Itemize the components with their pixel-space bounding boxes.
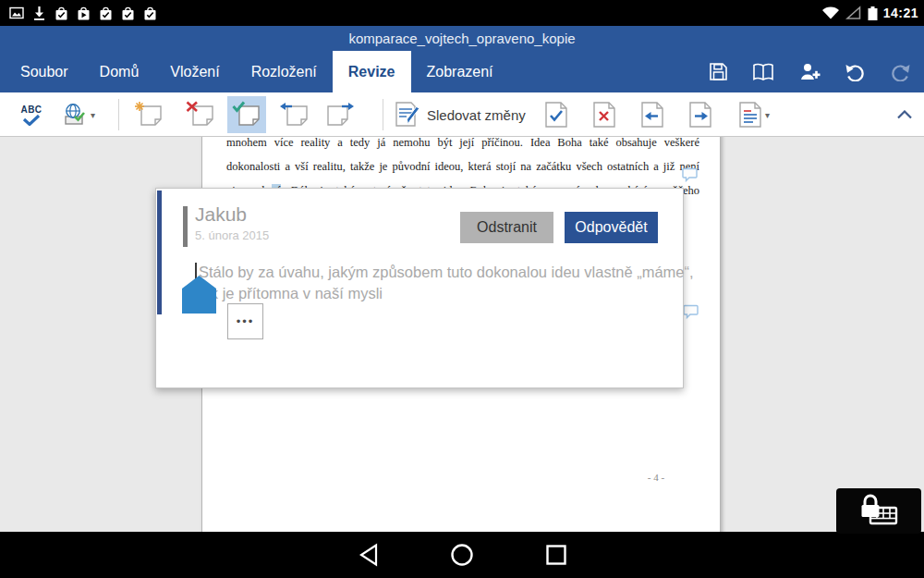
playstore-check-icon <box>99 6 113 21</box>
keyboard-lock-button[interactable] <box>836 488 921 534</box>
reject-change-icon <box>592 101 616 129</box>
proofing-language-icon <box>62 102 88 128</box>
next-comment-icon <box>324 101 354 129</box>
next-comment-button[interactable] <box>320 96 359 133</box>
tab-domu[interactable]: Domů <box>84 51 155 92</box>
word-android-app: 14:21 komparace_vojtech_opraveno_kopie S… <box>0 0 924 578</box>
delete-comment-icon <box>186 101 215 129</box>
tab-zobrazeni[interactable]: Zobrazení <box>411 51 509 92</box>
cell-signal-icon <box>845 6 862 20</box>
show-comments-button[interactable] <box>227 96 266 133</box>
page-number: - 4 - <box>628 472 684 483</box>
previous-change-button[interactable] <box>634 96 671 133</box>
read-view-icon[interactable] <box>752 63 774 81</box>
chevron-down-icon: ▾ <box>765 110 770 120</box>
accept-change-button[interactable] <box>538 96 575 133</box>
chevron-up-icon <box>897 110 912 119</box>
chevron-down-icon: ▾ <box>91 110 95 120</box>
delete-comment-action-button[interactable]: Odstranit <box>460 212 553 243</box>
next-change-button[interactable] <box>682 96 719 133</box>
tab-revize[interactable]: Revize <box>333 51 411 92</box>
spellcheck-abc-label: ABC <box>20 105 42 115</box>
next-change-icon <box>688 101 712 129</box>
comment-date: 5. února 2015 <box>195 228 269 242</box>
markup-options-icon <box>738 101 762 129</box>
tab-rozlozeni[interactable]: Rozložení <box>236 51 333 92</box>
download-icon <box>32 6 46 20</box>
previous-change-icon <box>640 101 664 129</box>
save-button[interactable] <box>709 62 728 81</box>
screenshot-icon <box>9 6 24 19</box>
track-changes-button[interactable]: Sledovat změny <box>394 96 529 133</box>
home-button[interactable] <box>434 532 490 578</box>
revize-ribbon: ABC ▾ <box>0 92 924 137</box>
collapse-ribbon-button[interactable] <box>889 96 920 133</box>
quick-actions <box>709 51 911 92</box>
proofing-language-button[interactable]: ▾ <box>55 96 102 133</box>
wifi-icon <box>821 6 840 20</box>
comment-author: Jakub <box>195 203 247 226</box>
document-title: komparace_vojtech_opraveno_kopie <box>348 31 575 46</box>
new-comment-icon <box>134 101 164 129</box>
comment-bubble-icon[interactable] <box>682 167 698 182</box>
playstore-check-icon <box>143 6 157 21</box>
back-button[interactable] <box>341 532 396 578</box>
show-comments-icon <box>232 101 261 129</box>
keyboard-lock-icon <box>857 493 900 530</box>
tab-vlozeni[interactable]: Vložení <box>154 51 235 92</box>
undo-button[interactable] <box>845 63 866 81</box>
ribbon-separator <box>118 99 119 130</box>
spellcheck-check-icon <box>22 115 41 126</box>
spellcheck-button[interactable]: ABC <box>13 96 50 133</box>
recents-button[interactable] <box>529 532 584 578</box>
reject-change-button[interactable] <box>586 96 623 133</box>
delete-comment-button[interactable] <box>181 96 220 133</box>
ribbon-separator <box>383 99 383 130</box>
ribbon-tab-bar: Soubor Domů Vložení Rozložení Revize Zob… <box>0 51 924 92</box>
comment-text-line: Stálo by za úvahu, jakým způsobem tuto d… <box>199 264 694 281</box>
playstore-check-icon <box>121 6 135 21</box>
recents-icon <box>545 544 567 566</box>
back-icon <box>359 543 379 567</box>
previous-comment-icon <box>280 101 310 129</box>
text-selection-handle[interactable] <box>182 276 216 314</box>
accept-change-icon <box>544 101 568 129</box>
clock: 14:21 <box>883 6 918 20</box>
new-comment-button[interactable] <box>129 96 168 133</box>
playstore-check-icon <box>55 6 68 21</box>
document-title-bar: komparace_vojtech_opraveno_kopie <box>0 26 924 51</box>
comment-popup: Jakub 5. února 2015 Odstranit Odpovědět … <box>155 188 684 388</box>
share-person-add-icon[interactable] <box>798 62 821 81</box>
redo-button[interactable] <box>890 63 911 81</box>
comment-accent-strip <box>157 191 162 314</box>
comment-bubble-icon[interactable] <box>683 304 699 319</box>
tab-soubor[interactable]: Soubor <box>5 51 84 92</box>
android-status-bar: 14:21 <box>0 0 924 26</box>
previous-comment-button[interactable] <box>275 96 314 133</box>
markup-options-button[interactable]: ▾ <box>730 96 778 133</box>
track-changes-icon <box>394 101 421 129</box>
track-changes-label: Sledovat změny <box>427 107 526 123</box>
document-line: dokonalosti a vší realitu, takže je půvo… <box>226 154 699 178</box>
author-color-bar <box>183 206 188 247</box>
document-line: mnohem více reality a tedy já nemohu být… <box>226 137 699 154</box>
comment-text-line: jak je přítomna v naší mysli <box>199 285 383 302</box>
document-canvas: mnohem více reality a tedy já nemohu být… <box>0 137 924 532</box>
notification-icons <box>0 6 157 21</box>
playstore-play-icon <box>77 6 91 21</box>
battery-icon <box>868 6 878 21</box>
home-icon <box>450 543 474 567</box>
more-options-button[interactable]: ••• <box>227 303 263 339</box>
reply-comment-button[interactable]: Odpovědět <box>565 212 658 243</box>
android-nav-bar <box>0 532 924 578</box>
